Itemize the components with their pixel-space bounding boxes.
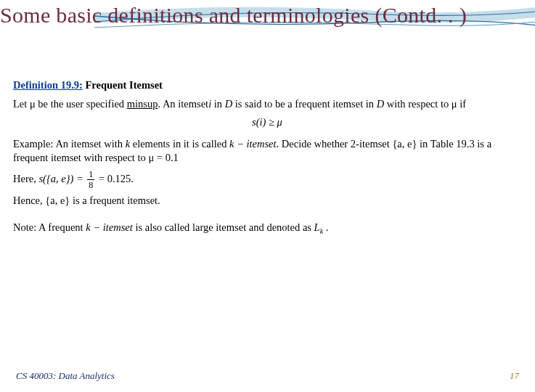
hence-text: is a frequent itemset.: [70, 195, 160, 206]
k-itemset-2: k − itemset: [86, 221, 133, 233]
var-D2: D: [377, 98, 384, 110]
def-text-b: . An itemset: [158, 98, 208, 110]
def-text-c: in: [211, 98, 225, 110]
var-D1: D: [225, 98, 232, 110]
set-ae-2: {a, e}: [45, 195, 70, 206]
footer-course: CS 40003: Data Analytics: [16, 370, 115, 382]
def-text-e: with respect to μ if: [384, 98, 466, 110]
slide-body: Definition 19.9: Frequent Itemset Let μ …: [13, 78, 521, 241]
ex-b: elements in it is called: [130, 138, 229, 150]
note-dot: .: [323, 221, 328, 233]
definition-text: Let μ be the user specified minsup. An i…: [13, 97, 521, 112]
example-computation: Here, s({a, e}) = 18 = 0.125.: [13, 170, 521, 189]
example-conclusion: Hence, {a, e} is a frequent itemset.: [13, 194, 521, 208]
def-text-d: is said to be a frequent itemset in: [232, 98, 377, 110]
eq-value: = 0.125.: [96, 173, 134, 184]
note-a: Note: A frequent: [13, 221, 86, 233]
footer-page-number: 17: [510, 370, 519, 382]
hence-label: Hence,: [13, 195, 45, 206]
definition-label: Definition 19.9:: [13, 79, 83, 91]
slide-title: Some basic definitions and terminologies…: [0, 3, 535, 28]
ex-a: Example: An itemset with: [13, 138, 126, 150]
definition-block: Definition 19.9: Frequent Itemset: [13, 78, 521, 93]
k-itemset-1: k − itemset: [229, 138, 277, 150]
definition-formula: s(i) ≥ μ: [13, 115, 521, 130]
var-L: L: [314, 221, 320, 233]
example-text: Example: An itemset with k elements in i…: [13, 137, 521, 166]
def-text-a: Let μ be the user specified: [13, 98, 127, 110]
s-ae: s({a, e}) =: [38, 173, 86, 184]
fraction-den: 8: [87, 180, 94, 189]
fraction-1-8: 18: [87, 170, 94, 189]
set-ae-1: {a, e}: [392, 138, 417, 150]
fraction-num: 1: [87, 170, 94, 180]
ex-c: . Decide whether 2-itemset: [277, 138, 393, 150]
note-b: is also called large itemset and denoted…: [133, 221, 314, 233]
definition-name: Frequent Itemset: [85, 79, 162, 91]
here-label: Here,: [13, 173, 38, 184]
minsup-term: minsup: [127, 98, 158, 110]
note-text: Note: A frequent k − itemset is also cal…: [13, 221, 521, 236]
